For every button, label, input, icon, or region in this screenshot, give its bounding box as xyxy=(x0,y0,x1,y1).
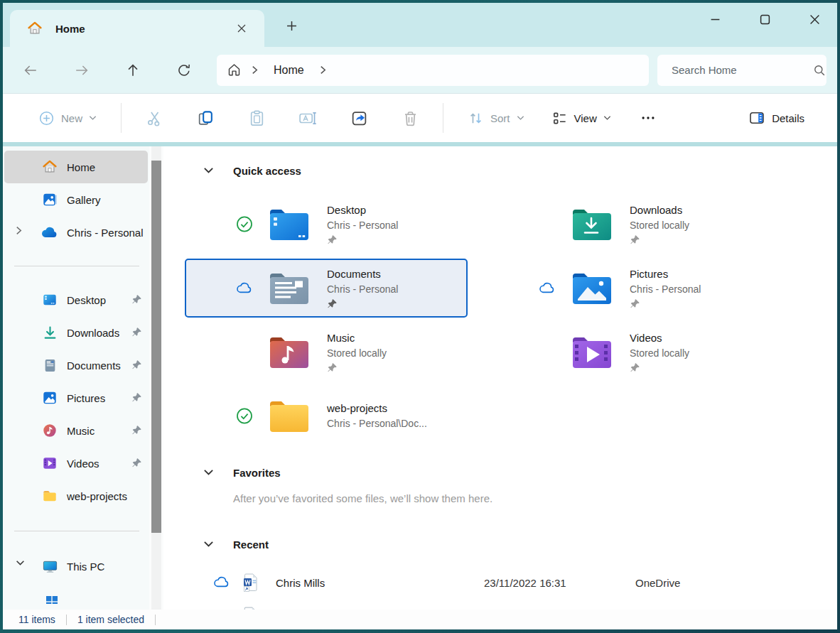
pin-icon xyxy=(131,392,142,403)
this-pc-icon xyxy=(41,558,58,575)
tab-close-icon[interactable] xyxy=(232,18,252,38)
sidebar-item-web-projects[interactable]: web-projects xyxy=(4,480,148,512)
recent-file-date: 23/11/2022 16:31 xyxy=(484,577,635,589)
address-bar[interactable]: Home xyxy=(217,55,649,86)
up-button[interactable] xyxy=(119,57,146,84)
tile-name: Music xyxy=(327,330,387,346)
sidebar-item-music[interactable]: Music xyxy=(4,414,148,447)
synced-check-icon xyxy=(236,407,253,425)
pin-icon xyxy=(327,298,398,310)
pin-icon xyxy=(131,294,142,305)
onedrive-icon xyxy=(41,224,58,241)
plus-circle-icon xyxy=(38,110,55,126)
pictures-icon xyxy=(41,389,58,406)
more-options-button[interactable] xyxy=(632,102,664,134)
view-icon xyxy=(551,110,568,126)
tile-downloads[interactable]: Downloads Stored locally xyxy=(488,195,770,254)
chevron-right-icon xyxy=(252,65,258,75)
sidebar-item-videos[interactable]: Videos xyxy=(4,447,148,480)
maximize-button[interactable] xyxy=(749,6,780,33)
breadcrumb-home[interactable]: Home xyxy=(268,61,310,80)
documents-icon xyxy=(41,357,58,374)
downloads-icon xyxy=(41,324,58,341)
chevron-down-icon xyxy=(603,115,611,121)
sidebar-item-label: Chris - Personal xyxy=(67,227,144,239)
content-pane: Quick access xyxy=(163,146,837,610)
sidebar-item-pictures[interactable]: Pictures xyxy=(4,382,148,414)
tab-home[interactable]: Home xyxy=(10,10,264,47)
desktop-background: Home xyxy=(0,0,840,633)
copy-button[interactable] xyxy=(190,102,221,134)
chevron-down-icon[interactable] xyxy=(203,469,215,476)
search-box xyxy=(657,55,826,86)
tile-documents[interactable]: Documents Chris - Personal xyxy=(185,259,468,318)
sidebar-item-gallery[interactable]: Gallery xyxy=(4,183,148,216)
share-button[interactable] xyxy=(343,102,375,134)
favorites-header: Favorites xyxy=(203,464,837,481)
back-button[interactable] xyxy=(17,57,44,84)
sidebar-item-label: Pictures xyxy=(67,392,105,404)
sidebar-item-label: Videos xyxy=(67,458,99,470)
sidebar-item-label: web-projects xyxy=(67,490,127,502)
section-title: Recent xyxy=(233,539,269,551)
home-icon xyxy=(27,21,43,36)
tile-pictures[interactable]: Pictures Chris - Personal xyxy=(488,259,770,318)
statusbar-divider xyxy=(66,615,67,625)
sidebar-item-label: Gallery xyxy=(67,194,101,206)
sidebar-item-partial[interactable] xyxy=(3,583,149,604)
desktop-icon xyxy=(41,291,58,308)
chevron-right-icon[interactable] xyxy=(16,226,22,235)
new-button[interactable]: New xyxy=(31,104,104,132)
recent-file-location: OneDrive xyxy=(635,577,680,589)
search-icon[interactable] xyxy=(813,64,826,77)
tile-name: web-projects xyxy=(327,401,427,416)
forward-button[interactable] xyxy=(68,57,95,84)
pin-icon xyxy=(630,298,701,310)
tile-subtitle: Stored locally xyxy=(327,346,387,361)
sidebar-item-label: Home xyxy=(67,161,95,173)
details-button[interactable]: Details xyxy=(741,104,812,132)
pin-icon xyxy=(630,234,689,246)
tile-desktop[interactable]: Desktop Chris - Personal xyxy=(185,195,468,254)
sidebar-item-documents[interactable]: Documents xyxy=(4,349,148,382)
recent-file-row-partial xyxy=(243,607,257,610)
sidebar-item-onedrive[interactable]: Chris - Personal xyxy=(4,216,148,249)
rename-button[interactable] xyxy=(292,102,323,134)
tile-name: Documents xyxy=(327,266,398,282)
new-tab-button[interactable] xyxy=(280,14,303,37)
chevron-right-icon[interactable] xyxy=(320,65,326,75)
refresh-button[interactable] xyxy=(171,57,198,84)
close-button[interactable] xyxy=(799,6,830,33)
tile-web-projects[interactable]: web-projects Chris - Personal\Doc... xyxy=(185,386,468,445)
paste-button[interactable] xyxy=(241,102,272,134)
tile-subtitle: Chris - Personal xyxy=(327,282,398,297)
sidebar-item-downloads[interactable]: Downloads xyxy=(4,316,148,349)
tile-videos[interactable]: Videos Stored locally xyxy=(488,323,770,382)
chevron-down-icon xyxy=(517,115,524,121)
recent-file-row[interactable]: Chris Mills 23/11/2022 16:31 OneDrive xyxy=(163,568,837,597)
tile-music[interactable]: Music Stored locally xyxy=(185,323,468,382)
tile-name: Downloads xyxy=(630,202,689,218)
search-input[interactable] xyxy=(672,64,813,76)
recent-file-name: Chris Mills xyxy=(276,577,484,589)
tile-subtitle: Stored locally xyxy=(630,346,689,361)
chevron-down-icon[interactable] xyxy=(203,167,215,174)
chevron-down-icon[interactable] xyxy=(16,560,25,566)
tile-subtitle: Chris - Personal xyxy=(327,218,398,233)
breadcrumb-home-icon[interactable] xyxy=(227,63,242,77)
sort-button[interactable]: Sort xyxy=(461,104,532,132)
quick-access-header: Quick access xyxy=(203,162,837,179)
sidebar-item-home[interactable]: Home xyxy=(4,151,148,183)
sidebar-item-label: Desktop xyxy=(67,294,106,306)
view-button[interactable]: View xyxy=(544,104,618,132)
tile-name: Desktop xyxy=(327,202,398,218)
cut-button[interactable] xyxy=(139,102,170,134)
chevron-down-icon[interactable] xyxy=(203,541,215,548)
sidebar-item-this-pc[interactable]: This PC xyxy=(4,550,148,583)
sidebar-item-desktop[interactable]: Desktop xyxy=(4,283,148,316)
minimize-button[interactable] xyxy=(699,6,731,33)
tile-name: Videos xyxy=(630,330,689,346)
delete-button[interactable] xyxy=(394,102,426,134)
items-count: 11 items xyxy=(18,614,55,625)
scrollbar-thumb[interactable] xyxy=(151,161,161,533)
